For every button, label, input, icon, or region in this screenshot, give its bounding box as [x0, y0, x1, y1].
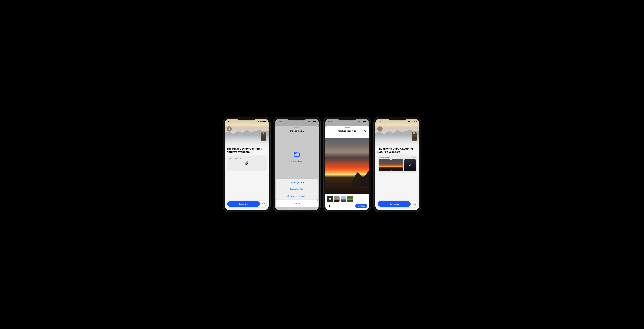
gallery-thumb[interactable]: [379, 159, 391, 171]
check-icon: [358, 205, 360, 207]
wifi-icon: [310, 120, 312, 123]
gallery-count: 4 items: [412, 157, 416, 158]
status-time: 9:41: [228, 120, 232, 123]
status-indicators: 31: [408, 120, 416, 123]
signal-icon: [308, 120, 310, 123]
gallery-thumbs: +1: [379, 159, 416, 171]
back-button[interactable]: [378, 126, 382, 132]
close-button[interactable]: [364, 130, 367, 133]
battery-icon: [313, 121, 316, 122]
status-time: 9:41: [278, 120, 282, 123]
page-title: The Hiker's Diary Capturing Nature's Won…: [378, 147, 417, 154]
capture-footer: Done: [325, 194, 369, 210]
phone-mockup-2: 9:41 Upload media No selected image: [273, 117, 321, 212]
wifi-icon: [360, 120, 362, 123]
phone-mockup-4: 2:31 31 The Hiker's Diary Capturing Natu…: [374, 117, 421, 212]
upload-label: Capture your hike: [228, 157, 242, 159]
notch: [338, 117, 356, 120]
upload-sheet: Upload media No selected image Take a pi…: [275, 126, 319, 210]
notch: [388, 117, 406, 120]
thumbnail-strip: [327, 196, 367, 202]
status-indicators: [258, 120, 266, 123]
folder-icon: [293, 151, 300, 158]
gallery-thumb-overflow[interactable]: +1: [404, 159, 416, 171]
sheet-handle[interactable]: [294, 127, 300, 128]
bottom-bar: Save photos 22: [378, 200, 417, 207]
capture-actions: Done: [327, 204, 367, 208]
thumbnail-selected[interactable]: [327, 196, 333, 202]
signal-icon: [358, 120, 360, 123]
save-photos-button[interactable]: Save photos: [227, 201, 260, 207]
home-indicator[interactable]: [289, 209, 304, 209]
choose-library-option[interactable]: Choose from library: [276, 193, 318, 200]
signal-icon: [408, 120, 410, 123]
sheet-title: Capture your hike: [338, 130, 356, 132]
wifi-icon: [260, 120, 262, 123]
upload-card[interactable]: Capture your hike: [227, 156, 266, 171]
sheet-body: No selected image: [275, 134, 319, 178]
take-picture-option[interactable]: Take a picture: [276, 179, 318, 186]
home-indicator[interactable]: [390, 209, 405, 209]
screen: 9:41 Upload media No selected image: [275, 119, 319, 210]
gallery-card[interactable]: Capture your hike 4 items +1: [378, 156, 417, 172]
trash-icon: [329, 198, 331, 200]
photo-preview[interactable]: [325, 138, 369, 194]
sheet-header: Upload media: [275, 129, 319, 134]
done-label: Done: [360, 205, 365, 207]
notch: [288, 117, 306, 120]
home-button[interactable]: 23: [261, 201, 266, 206]
page-title: The Hiker's Diary Capturing Nature's Won…: [227, 147, 266, 154]
phone-mockup-1: 9:41 The Hiker's Diary Capturing Nature'…: [223, 117, 270, 212]
add-photo-button[interactable]: [327, 204, 332, 208]
thumbnail-item[interactable]: [347, 196, 353, 202]
action-group: Take a picture Record a video Choose fro…: [276, 179, 318, 200]
sheet-title: Upload media: [290, 130, 304, 132]
gallery-label: Capture your hike: [379, 157, 390, 158]
screen: 9:41 Capture your hike: [325, 119, 369, 210]
status-indicators: [308, 120, 316, 123]
no-selected-text: No selected image: [290, 160, 303, 162]
status-time: 2:31: [378, 120, 382, 123]
thumbnail-item[interactable]: [340, 196, 346, 202]
bottom-bar: Save photos 23: [227, 200, 266, 207]
attachment-icon: [244, 161, 249, 166]
done-button[interactable]: Done: [355, 204, 367, 208]
signal-icon: [258, 120, 260, 123]
action-sheet: Take a picture Record a video Choose fro…: [276, 179, 318, 210]
phone-mockup-3: 9:41 Capture your hike: [323, 117, 371, 212]
home-indicator[interactable]: [340, 209, 355, 209]
home-badge: 23: [264, 205, 266, 206]
sheet-handle[interactable]: [344, 127, 350, 128]
wifi-icon: [410, 120, 413, 123]
home-indicator[interactable]: [239, 209, 254, 209]
close-button[interactable]: [313, 130, 317, 133]
back-button[interactable]: [227, 126, 232, 132]
status-indicators: [358, 120, 366, 123]
gallery-thumb[interactable]: [392, 159, 404, 171]
capture-sheet: Capture your hike: [325, 126, 369, 210]
battery-icon: [262, 121, 266, 122]
save-photos-button[interactable]: Save photos: [378, 201, 410, 207]
home-button[interactable]: 22: [412, 201, 417, 206]
record-video-option[interactable]: Record a video: [276, 186, 318, 193]
battery-icon-low: 31: [413, 121, 416, 122]
screen: 9:41 The Hiker's Diary Capturing Nature'…: [225, 119, 269, 210]
thumbnail-item[interactable]: [334, 196, 340, 202]
sheet-header: Capture your hike: [325, 129, 369, 134]
screen: 2:31 31 The Hiker's Diary Capturing Natu…: [375, 119, 419, 210]
notch: [238, 117, 256, 120]
cancel-button[interactable]: Cancel: [276, 200, 318, 207]
status-time: 9:41: [328, 120, 332, 123]
battery-icon: [363, 121, 366, 122]
gallery-header: Capture your hike 4 items: [379, 157, 416, 158]
home-badge: 22: [414, 205, 417, 206]
